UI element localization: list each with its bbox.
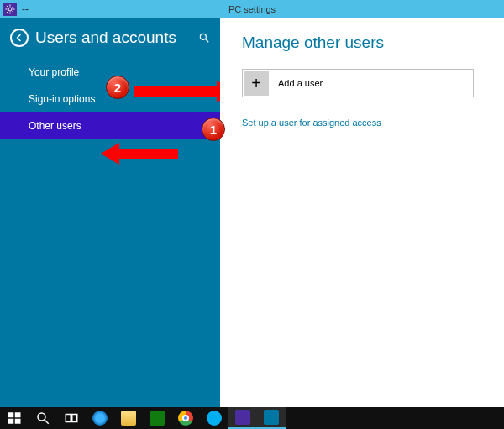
sidebar: Users and accounts Your profile Sign-in … [0, 18, 220, 407]
assigned-access-link[interactable]: Set up a user for assigned access [242, 118, 381, 128]
svg-line-16 [45, 420, 49, 424]
svg-rect-13 [8, 419, 14, 424]
svg-point-15 [38, 413, 45, 421]
taskbar-settings[interactable] [228, 407, 257, 429]
taskbar-search[interactable] [29, 407, 57, 429]
add-user-label: Add a user [278, 78, 323, 88]
sidebar-item-label: Sign-in options [29, 93, 95, 105]
annotation-arrow-1 [101, 143, 178, 165]
chrome-icon [178, 411, 193, 426]
svg-rect-18 [72, 415, 77, 422]
sidebar-item-your-profile[interactable]: Your profile [0, 59, 220, 86]
skype-icon [207, 411, 222, 426]
store-icon [150, 411, 165, 426]
gear-icon [235, 410, 250, 425]
svg-rect-11 [8, 412, 14, 417]
window-title: PC settings [0, 4, 504, 14]
sidebar-item-label: Other users [29, 120, 81, 132]
taskbar-skype[interactable] [200, 407, 228, 429]
sidebar-item-label: Your profile [29, 66, 79, 78]
plus-icon: + [244, 71, 269, 96]
sidebar-item-sign-in-options[interactable]: Sign-in options [0, 86, 220, 112]
titlebar-caption-mark: -- [22, 3, 29, 15]
taskbar-taskview[interactable] [57, 407, 86, 429]
sidebar-item-other-users[interactable]: Other users [0, 112, 220, 139]
back-button[interactable] [10, 29, 29, 47]
search-button[interactable] [198, 32, 210, 44]
svg-line-6 [13, 12, 14, 13]
search-icon [198, 32, 210, 44]
page-title: Manage other users [242, 34, 489, 52]
taskbar-start[interactable] [0, 407, 29, 429]
add-user-button[interactable]: + Add a user [242, 69, 474, 97]
taskbar [0, 407, 504, 429]
main-panel: Manage other users + Add a user Set up a… [220, 18, 504, 407]
taskbar-chrome[interactable] [171, 407, 200, 429]
taskview-icon [64, 411, 79, 426]
windows-icon [7, 411, 22, 426]
app-icon [3, 3, 17, 16]
svg-line-8 [13, 6, 14, 8]
taskbar-file-explorer[interactable] [114, 407, 143, 429]
arrow-left-icon [14, 33, 24, 43]
ie-icon [92, 411, 108, 426]
sidebar-header: Users and accounts [0, 18, 220, 59]
window-titlebar: -- PC settings [0, 0, 504, 18]
taskbar-store[interactable] [143, 407, 171, 429]
svg-rect-12 [15, 412, 21, 417]
search-icon [35, 411, 50, 426]
content-area: Users and accounts Your profile Sign-in … [0, 18, 504, 407]
sidebar-title: Users and accounts [35, 29, 198, 47]
svg-line-7 [7, 12, 8, 13]
svg-rect-17 [66, 415, 71, 422]
svg-line-5 [7, 6, 8, 8]
svg-line-10 [206, 39, 209, 43]
svg-point-9 [200, 34, 206, 39]
taskbar-ie[interactable] [86, 407, 114, 429]
gear-icon [264, 410, 279, 425]
folder-icon [121, 411, 136, 426]
svg-rect-14 [15, 419, 21, 424]
svg-point-0 [8, 8, 12, 11]
taskbar-settings-alt[interactable] [257, 407, 286, 429]
